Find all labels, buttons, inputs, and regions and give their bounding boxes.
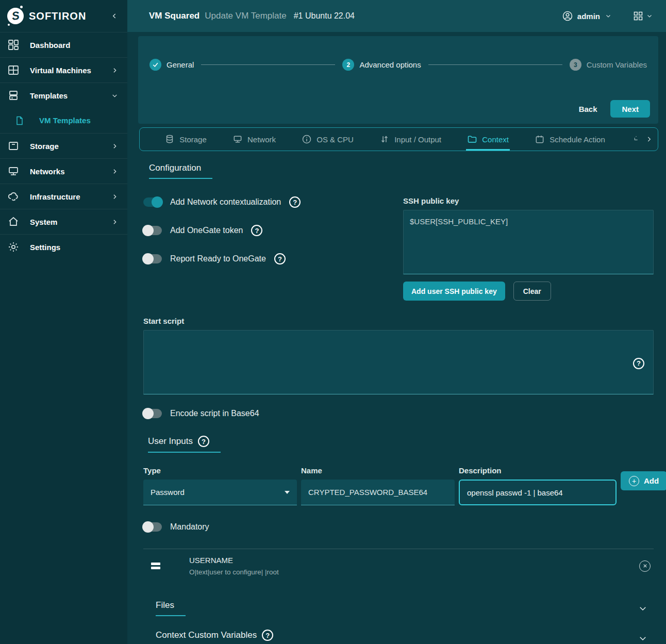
toggle-label: Add OneGate token — [170, 226, 243, 235]
arrows-up-down-icon — [379, 134, 390, 144]
help-icon[interactable]: ? — [251, 225, 262, 236]
description-label: Description — [459, 466, 617, 475]
page-title: Update VM Template — [205, 11, 286, 21]
sidebar-item-label: VM Templates — [39, 116, 91, 125]
type-label: Type — [143, 466, 297, 475]
help-icon[interactable]: ? — [289, 196, 301, 208]
chevron-down-icon[interactable] — [646, 13, 653, 19]
sidebar: S SOFTIRON Dashboard Virtual Machines Te… — [0, 0, 127, 644]
context-custom-variables-title: Context Custom Variables ? — [156, 630, 285, 644]
stepper-connector — [428, 64, 562, 65]
sidebar-item-templates[interactable]: Templates — [0, 82, 127, 108]
mandatory-toggle[interactable] — [143, 522, 162, 532]
tab-input-output[interactable]: Input / Output — [378, 128, 442, 151]
chevron-down-icon[interactable] — [638, 634, 647, 643]
sidebar-item-virtual-machines[interactable]: Virtual Machines — [0, 57, 127, 82]
chevron-right-icon — [111, 168, 118, 175]
step-number: 3 — [570, 59, 581, 71]
add-user-input-button[interactable]: + Add — [621, 471, 666, 490]
sidebar-item-networks[interactable]: Networks — [0, 158, 127, 184]
tab-label: OS & CPU — [317, 135, 354, 144]
add-user-ssh-key-button[interactable]: Add user SSH public key — [403, 282, 505, 301]
chevron-down-icon[interactable] — [605, 13, 611, 19]
sidebar-item-dashboard[interactable]: Dashboard — [0, 32, 127, 57]
tab-network[interactable]: Network — [231, 128, 277, 151]
tab-context[interactable]: Context — [466, 128, 510, 151]
sidebar-item-label: Virtual Machines — [30, 66, 91, 75]
drag-handle-icon[interactable] — [151, 563, 160, 569]
tab-storage[interactable]: Storage — [163, 128, 208, 151]
type-select[interactable]: Password — [143, 480, 297, 505]
start-script-textarea[interactable] — [143, 330, 654, 394]
info-circle-icon — [302, 134, 312, 144]
dashboard-icon — [7, 39, 20, 51]
sidebar-item-settings[interactable]: Settings — [0, 234, 127, 259]
description-field: Description — [459, 466, 617, 505]
apps-grid-icon[interactable] — [633, 11, 643, 21]
tab-label: Network — [247, 135, 276, 144]
type-field: Type Password — [143, 466, 297, 505]
toggle-row-report-ready: Report Ready to OneGate ? — [143, 253, 403, 265]
network-contextualization-toggle[interactable] — [143, 197, 162, 207]
sidebar-item-system[interactable]: System — [0, 209, 127, 234]
step-general[interactable]: General — [149, 59, 194, 71]
gear-icon — [7, 241, 20, 253]
step-check-icon — [149, 59, 161, 71]
clear-ssh-key-button[interactable]: Clear — [513, 282, 551, 301]
ssh-public-key-textarea[interactable]: $USER[SSH_PUBLIC_KEY] — [403, 210, 654, 274]
sidebar-item-label: Infrastructure — [30, 192, 80, 201]
help-icon[interactable]: ? — [198, 436, 209, 447]
resource-name: #1 Ubuntu 22.04 — [294, 11, 355, 21]
product-name: VM Squared — [149, 11, 199, 21]
wizard-stepper: General 2 Advanced options 3 Custom Vari… — [149, 59, 647, 71]
description-input[interactable] — [459, 480, 617, 505]
virtual-machines-icon — [7, 64, 20, 76]
chevron-right-icon — [111, 193, 118, 200]
onegate-token-toggle[interactable] — [143, 226, 162, 235]
files-section-header[interactable]: Files — [156, 600, 654, 616]
configuration-section-title: Configuration — [149, 163, 212, 179]
name-input[interactable] — [301, 480, 455, 505]
tab-label: Context — [482, 135, 509, 144]
stepper-connector — [201, 64, 335, 65]
chevron-right-icon — [111, 67, 118, 74]
step-label: Custom Variables — [587, 60, 647, 69]
toggle-row-network-contextualization: Add Network contextualization ? — [143, 196, 403, 208]
softiron-logo-icon: S — [7, 8, 24, 24]
storage-icon — [7, 140, 20, 152]
context-tabbar: Storage Network OS & CPU Input / Output … — [139, 127, 658, 151]
files-section-title: Files — [156, 600, 186, 616]
back-button[interactable]: Back — [572, 101, 605, 118]
chevron-right-icon — [111, 219, 118, 225]
sidebar-item-label: Networks — [30, 167, 65, 176]
file-icon — [14, 115, 25, 126]
context-form: Configuration Add Network contextualizat… — [127, 163, 666, 644]
sidebar-item-storage[interactable]: Storage — [0, 133, 127, 158]
tabs-scroll-right-icon[interactable] — [645, 128, 653, 151]
infrastructure-icon — [7, 190, 20, 203]
wizard-card: General 2 Advanced options 3 Custom Vari… — [138, 36, 658, 124]
chevron-down-icon[interactable] — [638, 604, 647, 613]
folder-icon — [467, 134, 477, 144]
main-content: General 2 Advanced options 3 Custom Vari… — [127, 32, 666, 644]
toggle-label: Mandatory — [170, 522, 209, 532]
tab-schedule-action[interactable]: Schedule Action — [534, 128, 606, 151]
sidebar-item-infrastructure[interactable]: Infrastructure — [0, 184, 127, 209]
step-label: General — [166, 60, 194, 69]
remove-user-input-icon[interactable] — [639, 560, 651, 572]
context-custom-variables-header[interactable]: Context Custom Variables ? — [156, 630, 654, 644]
sidebar-collapse-icon[interactable] — [111, 12, 118, 20]
next-button[interactable]: Next — [610, 100, 650, 118]
user-menu[interactable]: admin — [577, 12, 600, 21]
step-advanced-options[interactable]: 2 Advanced options — [342, 59, 421, 71]
report-ready-toggle[interactable] — [143, 254, 162, 263]
sidebar-item-vm-templates[interactable]: VM Templates — [0, 108, 127, 133]
help-icon[interactable]: ? — [633, 358, 644, 369]
help-icon[interactable]: ? — [262, 630, 273, 641]
help-icon[interactable]: ? — [274, 253, 286, 265]
encode-base64-toggle[interactable] — [143, 409, 162, 418]
caret-down-icon — [285, 491, 290, 494]
step-custom-variables[interactable]: 3 Custom Variables — [570, 59, 647, 71]
tab-os-cpu[interactable]: OS & CPU — [301, 128, 355, 151]
toggle-row-onegate-token: Add OneGate token ? — [143, 225, 403, 236]
